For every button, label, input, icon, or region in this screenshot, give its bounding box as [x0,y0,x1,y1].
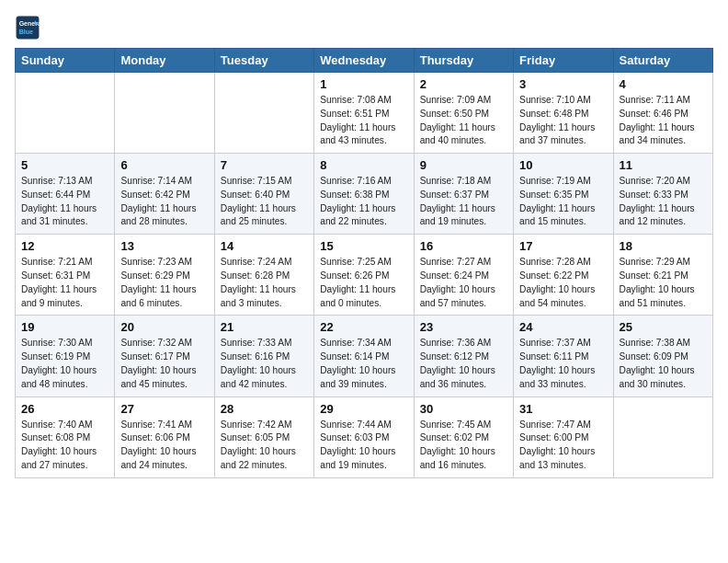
day-info: Sunrise: 7:47 AM Sunset: 6:00 PM Dayligh… [519,419,607,473]
day-info: Sunrise: 7:21 AM Sunset: 6:31 PM Dayligh… [21,256,108,310]
calendar-week-2: 5Sunrise: 7:13 AM Sunset: 6:44 PM Daylig… [16,154,713,235]
day-info: Sunrise: 7:38 AM Sunset: 6:09 PM Dayligh… [620,337,707,391]
day-number: 5 [21,158,108,172]
day-number: 16 [420,239,507,253]
calendar-cell: 1Sunrise: 7:08 AM Sunset: 6:51 PM Daylig… [314,73,414,154]
calendar-cell [214,73,313,154]
calendar-cell: 2Sunrise: 7:09 AM Sunset: 6:50 PM Daylig… [414,73,513,154]
day-number: 31 [519,402,607,416]
day-number: 26 [21,402,108,416]
day-info: Sunrise: 7:08 AM Sunset: 6:51 PM Dayligh… [320,94,407,148]
day-number: 27 [120,402,208,416]
calendar-cell: 21Sunrise: 7:33 AM Sunset: 6:16 PM Dayli… [214,316,313,396]
column-header-wednesday: Wednesday [314,49,414,73]
calendar-cell: 5Sunrise: 7:13 AM Sunset: 6:44 PM Daylig… [16,154,115,235]
calendar-cell: 8Sunrise: 7:16 AM Sunset: 6:38 PM Daylig… [314,154,414,235]
calendar-header-row: SundayMondayTuesdayWednesdayThursdayFrid… [16,49,713,73]
day-number: 30 [420,402,507,416]
calendar-cell: 27Sunrise: 7:41 AM Sunset: 6:06 PM Dayli… [115,396,214,477]
calendar-cell: 23Sunrise: 7:36 AM Sunset: 6:12 PM Dayli… [414,316,513,396]
day-number: 13 [120,239,208,253]
calendar-cell: 19Sunrise: 7:30 AM Sunset: 6:19 PM Dayli… [16,316,115,396]
calendar-cell: 10Sunrise: 7:19 AM Sunset: 6:35 PM Dayli… [514,154,613,235]
day-number: 8 [320,158,407,172]
calendar-cell: 30Sunrise: 7:45 AM Sunset: 6:02 PM Dayli… [414,396,513,477]
day-info: Sunrise: 7:30 AM Sunset: 6:19 PM Dayligh… [21,337,108,391]
day-number: 6 [120,158,208,172]
column-header-monday: Monday [115,49,214,73]
day-info: Sunrise: 7:45 AM Sunset: 6:02 PM Dayligh… [420,419,507,473]
day-info: Sunrise: 7:41 AM Sunset: 6:06 PM Dayligh… [120,419,208,473]
calendar-cell: 17Sunrise: 7:28 AM Sunset: 6:22 PM Dayli… [514,235,613,316]
calendar-cell: 31Sunrise: 7:47 AM Sunset: 6:00 PM Dayli… [514,396,613,477]
calendar-cell: 7Sunrise: 7:15 AM Sunset: 6:40 PM Daylig… [214,154,313,235]
day-number: 25 [620,320,707,334]
calendar-week-4: 19Sunrise: 7:30 AM Sunset: 6:19 PM Dayli… [16,316,713,396]
day-number: 20 [120,320,208,334]
day-info: Sunrise: 7:29 AM Sunset: 6:21 PM Dayligh… [620,256,707,310]
calendar-cell: 14Sunrise: 7:24 AM Sunset: 6:28 PM Dayli… [214,235,313,316]
day-info: Sunrise: 7:20 AM Sunset: 6:33 PM Dayligh… [620,175,707,229]
day-number: 10 [519,158,607,172]
day-info: Sunrise: 7:42 AM Sunset: 6:05 PM Dayligh… [221,419,308,473]
day-info: Sunrise: 7:09 AM Sunset: 6:50 PM Dayligh… [420,94,507,148]
day-info: Sunrise: 7:32 AM Sunset: 6:17 PM Dayligh… [120,337,208,391]
calendar-cell: 25Sunrise: 7:38 AM Sunset: 6:09 PM Dayli… [613,316,712,396]
column-header-tuesday: Tuesday [214,49,313,73]
day-info: Sunrise: 7:11 AM Sunset: 6:46 PM Dayligh… [620,94,707,148]
day-info: Sunrise: 7:37 AM Sunset: 6:11 PM Dayligh… [519,337,607,391]
calendar-cell: 15Sunrise: 7:25 AM Sunset: 6:26 PM Dayli… [314,235,414,316]
calendar-cell [613,396,712,477]
day-info: Sunrise: 7:34 AM Sunset: 6:14 PM Dayligh… [320,337,407,391]
column-header-thursday: Thursday [414,49,513,73]
calendar-cell: 24Sunrise: 7:37 AM Sunset: 6:11 PM Dayli… [514,316,613,396]
day-info: Sunrise: 7:33 AM Sunset: 6:16 PM Dayligh… [221,337,308,391]
column-header-saturday: Saturday [613,49,712,73]
calendar-cell: 26Sunrise: 7:40 AM Sunset: 6:08 PM Dayli… [16,396,115,477]
day-number: 11 [620,158,707,172]
day-info: Sunrise: 7:19 AM Sunset: 6:35 PM Dayligh… [519,175,607,229]
day-number: 2 [420,77,507,91]
day-info: Sunrise: 7:25 AM Sunset: 6:26 PM Dayligh… [320,256,407,310]
day-number: 15 [320,239,407,253]
day-number: 21 [221,320,308,334]
day-info: Sunrise: 7:16 AM Sunset: 6:38 PM Dayligh… [320,175,407,229]
logo-icon: General Blue [15,15,40,40]
day-number: 17 [519,239,607,253]
day-number: 9 [420,158,507,172]
day-number: 23 [420,320,507,334]
calendar-cell: 4Sunrise: 7:11 AM Sunset: 6:46 PM Daylig… [613,73,712,154]
day-number: 29 [320,402,407,416]
day-info: Sunrise: 7:24 AM Sunset: 6:28 PM Dayligh… [221,256,308,310]
calendar-cell: 6Sunrise: 7:14 AM Sunset: 6:42 PM Daylig… [115,154,214,235]
day-info: Sunrise: 7:13 AM Sunset: 6:44 PM Dayligh… [21,175,108,229]
calendar-cell: 13Sunrise: 7:23 AM Sunset: 6:29 PM Dayli… [115,235,214,316]
day-number: 14 [221,239,308,253]
day-info: Sunrise: 7:27 AM Sunset: 6:24 PM Dayligh… [420,256,507,310]
day-info: Sunrise: 7:14 AM Sunset: 6:42 PM Dayligh… [120,175,208,229]
calendar-week-5: 26Sunrise: 7:40 AM Sunset: 6:08 PM Dayli… [16,396,713,477]
day-info: Sunrise: 7:28 AM Sunset: 6:22 PM Dayligh… [519,256,607,310]
day-number: 3 [519,77,607,91]
calendar-cell [16,73,115,154]
day-info: Sunrise: 7:36 AM Sunset: 6:12 PM Dayligh… [420,337,507,391]
calendar-week-3: 12Sunrise: 7:21 AM Sunset: 6:31 PM Dayli… [16,235,713,316]
day-info: Sunrise: 7:40 AM Sunset: 6:08 PM Dayligh… [21,419,108,473]
calendar-cell: 12Sunrise: 7:21 AM Sunset: 6:31 PM Dayli… [16,235,115,316]
day-number: 24 [519,320,607,334]
day-number: 28 [221,402,308,416]
day-info: Sunrise: 7:10 AM Sunset: 6:48 PM Dayligh… [519,94,607,148]
calendar-cell: 16Sunrise: 7:27 AM Sunset: 6:24 PM Dayli… [414,235,513,316]
calendar-cell: 28Sunrise: 7:42 AM Sunset: 6:05 PM Dayli… [214,396,313,477]
day-number: 12 [21,239,108,253]
day-number: 18 [620,239,707,253]
svg-text:Blue: Blue [19,29,33,35]
calendar-cell: 11Sunrise: 7:20 AM Sunset: 6:33 PM Dayli… [613,154,712,235]
day-info: Sunrise: 7:44 AM Sunset: 6:03 PM Dayligh… [320,419,407,473]
calendar-table: SundayMondayTuesdayWednesdayThursdayFrid… [15,48,713,478]
calendar-cell: 18Sunrise: 7:29 AM Sunset: 6:21 PM Dayli… [613,235,712,316]
column-header-sunday: Sunday [16,49,115,73]
page-header: General Blue [15,15,713,40]
calendar-cell [115,73,214,154]
calendar-cell: 9Sunrise: 7:18 AM Sunset: 6:37 PM Daylig… [414,154,513,235]
